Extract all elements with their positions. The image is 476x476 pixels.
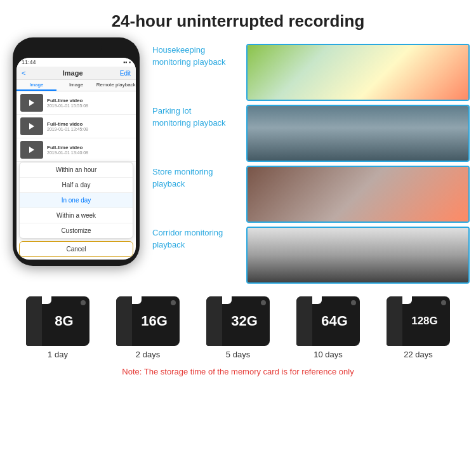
main-content: 11:44 ▪▪ ▪ < Image Edit Image Image Remo… [0,37,476,284]
sd-card-item-8g: 8G 1 day [26,296,89,359]
phone-status-bar: 11:44 ▪▪ ▪ [17,58,136,67]
page-header: 24-hour uninterrupted recording [0,0,476,37]
monitoring-img-4 [246,227,470,284]
sd-notch-64g [312,296,322,304]
monitoring-label-text-4: Corridor monitoringplayback [152,228,223,249]
page-title: 24-hour uninterrupted recording [13,11,463,31]
item-date-2: 2019-01-01 13:45:08 [47,127,132,131]
sd-label-128g: 128G [411,315,438,327]
sd-days-128g: 22 days [404,350,433,359]
store-image [248,167,468,221]
phone-cancel-button[interactable]: Cancel [19,241,133,257]
monitoring-row-4: Corridor monitoringplayback [152,227,470,284]
monitoring-label-3: Store monitoringplayback [152,166,241,190]
phone-list-item-1[interactable]: Full-time video 2019-01-01 15:55:08 [17,91,136,115]
phone-thumb-2 [20,117,43,135]
storage-note: Note: The storage time of the memory car… [13,364,463,379]
phone-tab-image2[interactable]: Image [56,80,96,91]
sd-card-item-32g: 32G 5 days [206,296,270,359]
phone-thumb-3 [20,141,43,159]
sd-label-8g: 8G [55,313,73,329]
phone-tabs: Image Image Remote playback [17,80,136,91]
phone-tab-remote[interactable]: Remote playback [96,80,136,91]
sd-card-item-16g: 16G 2 days [116,296,180,359]
item-date-3: 2019-01-01 13:40:08 [47,150,132,155]
monitoring-label-4: Corridor monitoringplayback [152,227,241,251]
sd-card-item-128g: 128G 22 days [387,296,450,359]
bottom-section: 8G 1 day 16G 2 days 32G 5 days 64G 10 da… [0,284,476,385]
item-title-2: Full-time video [47,121,132,127]
dropdown-item-3[interactable]: In one day [20,193,133,208]
sd-days-16g: 2 days [136,350,160,359]
monitoring-label-text-2: Parking lotmonitoring playback [152,106,226,128]
housekeeping-image [248,45,468,100]
monitoring-label-text-3: Store monitoringplayback [152,167,213,188]
phone-back-button[interactable]: < [22,69,25,77]
sd-card-128g: 128G [387,296,450,346]
sd-label-64g: 64G [321,313,348,329]
phone-tab-image[interactable]: Image [17,80,56,91]
phone-mockup: 11:44 ▪▪ ▪ < Image Edit Image Image Remo… [13,37,140,266]
play-icon-2 [29,123,34,129]
monitoring-row-1: Housekeepingmonitoring playback [152,44,470,101]
phone-nav-bar: < Image Edit [17,67,136,80]
phone-list-info-2: Full-time video 2019-01-01 13:45:08 [47,121,132,131]
sd-card-16g: 16G [116,296,180,346]
sd-card-item-64g: 64G 10 days [296,296,360,359]
item-date-1: 2019-01-01 15:55:08 [47,103,132,108]
item-title-1: Full-time video [47,98,132,103]
sd-notch-16g [132,296,142,304]
parking-image [248,106,468,161]
phone-list-info-3: Full-time video 2019-01-01 13:40:08 [47,145,132,155]
phone-container: 11:44 ▪▪ ▪ < Image Edit Image Image Remo… [6,37,146,266]
corridor-image [248,228,468,282]
phone-list-item-3[interactable]: Full-time video 2019-01-01 13:40:08 [17,138,136,162]
phone-list-item-2[interactable]: Full-time video 2019-01-01 13:45:08 [17,115,136,138]
phone-edit-button[interactable]: Edit [120,70,131,77]
play-icon-3 [29,147,34,153]
monitoring-row-3: Store monitoringplayback [152,166,470,223]
sd-card-64g: 64G [296,296,360,346]
phone-screen-title: Image [63,69,83,77]
phone-list-info-1: Full-time video 2019-01-01 15:55:08 [47,98,132,108]
sd-days-64g: 10 days [314,350,343,359]
monitoring-img-2 [246,105,470,162]
phone-thumb-1 [20,94,43,112]
phone-notch [51,44,102,55]
sd-label-16g: 16G [141,313,168,329]
sd-cards-row: 8G 1 day 16G 2 days 32G 5 days 64G 10 da… [13,296,463,359]
monitoring-img-1 [246,44,470,101]
dropdown-item-2[interactable]: Half a day [20,178,133,193]
monitoring-row-2: Parking lotmonitoring playback [152,105,470,162]
item-title-3: Full-time video [47,145,132,150]
phone-icons: ▪▪ ▪ [123,59,131,65]
monitoring-label-2: Parking lotmonitoring playback [152,105,241,129]
dropdown-item-1[interactable]: Within an hour [20,162,133,178]
sd-card-32g: 32G [206,296,270,346]
monitoring-label-1: Housekeepingmonitoring playback [152,44,241,68]
dropdown-item-4[interactable]: Within a week [20,208,133,223]
right-side: Housekeepingmonitoring playback Parking … [152,37,470,284]
monitoring-img-3 [246,166,470,223]
phone-screen: 11:44 ▪▪ ▪ < Image Edit Image Image Remo… [17,58,136,260]
dropdown-item-5[interactable]: Customize [20,223,133,238]
phone-time: 11:44 [22,59,36,65]
play-icon-1 [29,100,34,106]
sd-days-8g: 1 day [48,350,68,359]
monitoring-label-text-1: Housekeepingmonitoring playback [152,45,226,67]
sd-notch-128g [402,296,412,304]
sd-notch-32g [222,296,232,304]
sd-days-32g: 5 days [226,350,250,359]
sd-label-32g: 32G [231,313,258,329]
sd-card-8g: 8G [26,296,89,346]
sd-notch-8g [42,296,51,304]
phone-dropdown: Within an hour Half a day In one day Wit… [19,162,133,239]
